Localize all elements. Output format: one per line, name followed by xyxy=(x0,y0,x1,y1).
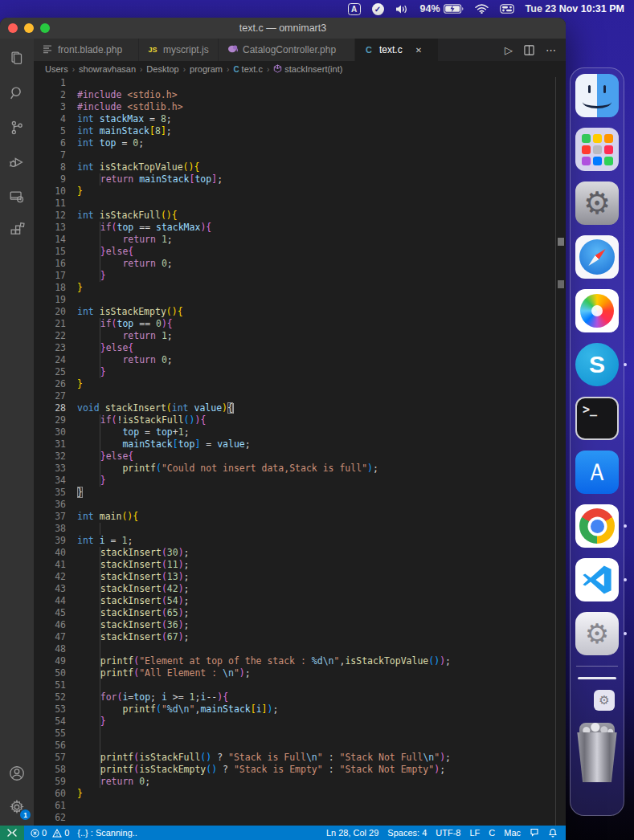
line-number[interactable]: 54 xyxy=(34,716,66,728)
code-line[interactable]: 24 return 0; xyxy=(34,354,554,366)
code-text[interactable] xyxy=(66,643,100,655)
code-line[interactable]: 38 xyxy=(34,523,554,535)
line-number[interactable]: 50 xyxy=(34,667,66,679)
code-line[interactable]: 8int isStackTopValue(){ xyxy=(34,161,554,173)
code-text[interactable] xyxy=(66,149,77,161)
code-text[interactable]: } xyxy=(66,475,106,487)
safari-dock-icon[interactable] xyxy=(575,235,619,279)
line-number[interactable]: 59 xyxy=(34,776,66,788)
menubar-clock[interactable]: Tue 23 Nov 10:31 PM xyxy=(526,3,624,14)
explorer-icon[interactable] xyxy=(6,48,27,69)
code-text[interactable]: }else{ xyxy=(66,451,133,463)
code-line[interactable]: 37int main(){ xyxy=(34,511,554,523)
line-number[interactable]: 53 xyxy=(34,703,66,716)
code-line[interactable]: 13 if(top == stackMax){ xyxy=(34,222,554,234)
cursor-position[interactable]: Ln 28, Col 29 xyxy=(326,828,378,838)
code-line[interactable]: 3#include <stdlib.h> xyxy=(34,101,554,113)
tab-front-blade-php[interactable]: front.blade.php xyxy=(34,39,139,61)
vscode-dock-icon[interactable] xyxy=(575,558,619,601)
breadcrumb-program[interactable]: program xyxy=(190,64,223,74)
indentation-setting[interactable]: Spaces: 4 xyxy=(387,828,427,838)
line-number[interactable]: 31 xyxy=(34,438,66,451)
line-number[interactable]: 10 xyxy=(34,186,66,198)
line-number[interactable]: 6 xyxy=(34,137,66,149)
line-number[interactable]: 5 xyxy=(34,125,66,137)
code-text[interactable]: stackInsert(67); xyxy=(66,631,190,643)
code-text[interactable]: if(top == stackMax){ xyxy=(66,222,211,234)
line-number[interactable]: 22 xyxy=(34,330,66,342)
code-text[interactable]: stackInsert(13); xyxy=(66,571,190,583)
breadcrumb-file[interactable]: Ctext.c xyxy=(233,64,263,74)
code-line[interactable]: 27 xyxy=(34,390,554,402)
zoom-window-button[interactable] xyxy=(40,23,50,33)
code-line[interactable]: 48 xyxy=(34,643,554,655)
code-line[interactable]: 11 xyxy=(34,198,554,210)
line-number[interactable]: 21 xyxy=(34,318,66,330)
line-number[interactable]: 42 xyxy=(34,571,66,583)
code-text[interactable]: } xyxy=(66,186,83,198)
app-store-dock-icon[interactable]: Ａ xyxy=(575,451,619,494)
line-number[interactable]: 28 xyxy=(34,402,66,414)
code-text[interactable]: printf(isStackFull() ? "Stack is Full\n"… xyxy=(66,752,451,764)
code-text[interactable]: } xyxy=(66,788,83,800)
line-number[interactable]: 52 xyxy=(34,691,66,703)
code-text[interactable]: mainStack[top] = value; xyxy=(66,438,251,451)
problems-indicator[interactable]: 0 0 xyxy=(31,828,69,838)
code-text[interactable]: } xyxy=(66,270,106,282)
code-line[interactable]: 16 return 0; xyxy=(34,258,554,270)
line-number[interactable]: 41 xyxy=(34,559,66,571)
breadcrumb-symbol[interactable]: stackInsert(int) xyxy=(273,64,342,75)
code-text[interactable] xyxy=(66,198,77,210)
code-text[interactable]: printf("All Element : \n"); xyxy=(66,667,251,679)
code-text[interactable]: return 0; xyxy=(66,258,173,270)
code-text[interactable]: printf("Could not insert data,Stack is f… xyxy=(66,463,378,475)
eol-setting[interactable]: LF xyxy=(469,828,480,838)
code-line[interactable]: 2#include <stdio.h> xyxy=(34,89,554,101)
line-number[interactable]: 43 xyxy=(34,583,66,595)
code-text[interactable]: void stackInsert(int value){ xyxy=(66,402,234,414)
close-window-button[interactable] xyxy=(8,23,18,33)
code-line[interactable]: 29 if(!isStackFull()){ xyxy=(34,414,554,426)
line-number[interactable]: 15 xyxy=(34,246,66,258)
code-line[interactable]: 15 }else{ xyxy=(34,246,554,258)
code-text[interactable]: }else{ xyxy=(66,342,133,354)
encoding-setting[interactable]: UTF-8 xyxy=(436,828,460,838)
account-icon[interactable] xyxy=(6,763,27,784)
code-text[interactable] xyxy=(66,390,77,402)
terminal-dock-icon[interactable]: >_ xyxy=(575,397,619,440)
code-line[interactable]: 62 xyxy=(34,812,554,824)
code-line[interactable]: 20int isStackEmpty(){ xyxy=(34,306,554,318)
minimized-window-indicator[interactable] xyxy=(578,677,616,679)
code-text[interactable]: return 1; xyxy=(66,330,173,342)
line-number[interactable]: 35 xyxy=(34,487,66,499)
code-line[interactable]: 47 stackInsert(67); xyxy=(34,631,554,643)
menubar-check-app-icon[interactable]: ✓ xyxy=(372,3,384,15)
line-number[interactable]: 27 xyxy=(34,390,66,402)
code-line[interactable]: 26} xyxy=(34,378,554,390)
code-text[interactable] xyxy=(66,679,100,691)
remote-explorer-icon[interactable] xyxy=(6,186,27,207)
line-number[interactable]: 32 xyxy=(34,451,66,463)
feedback-icon[interactable] xyxy=(530,828,539,838)
code-line[interactable]: 51 xyxy=(34,679,554,691)
line-number[interactable]: 33 xyxy=(34,463,66,475)
code-line[interactable]: 46 stackInsert(36); xyxy=(34,619,554,631)
code-text[interactable]: int isStackEmpty(){ xyxy=(66,306,183,318)
code-text[interactable]: printf("%d\n",mainStack[i]); xyxy=(66,703,278,716)
code-line[interactable]: 18} xyxy=(34,282,554,294)
code-text[interactable]: } xyxy=(66,366,106,378)
code-text[interactable]: printf("Element at top of the stack : %d… xyxy=(66,655,451,667)
code-text[interactable]: printf(isStackEmpty() ? "Stack is Empty"… xyxy=(66,764,445,776)
code-line[interactable]: 19 xyxy=(34,294,554,306)
code-line[interactable]: 36 xyxy=(34,499,554,511)
line-number[interactable]: 7 xyxy=(34,149,66,161)
code-text[interactable]: stackInsert(30); xyxy=(66,547,190,559)
code-text[interactable]: } xyxy=(66,378,83,390)
code-line[interactable]: 17 } xyxy=(34,270,554,282)
code-line[interactable]: 7 xyxy=(34,149,554,161)
code-line[interactable]: 4int stackMax = 8; xyxy=(34,113,554,125)
keybindings-indicator[interactable]: Mac xyxy=(504,828,521,838)
line-number[interactable]: 40 xyxy=(34,547,66,559)
line-number[interactable]: 56 xyxy=(34,740,66,752)
line-number[interactable]: 25 xyxy=(34,366,66,378)
